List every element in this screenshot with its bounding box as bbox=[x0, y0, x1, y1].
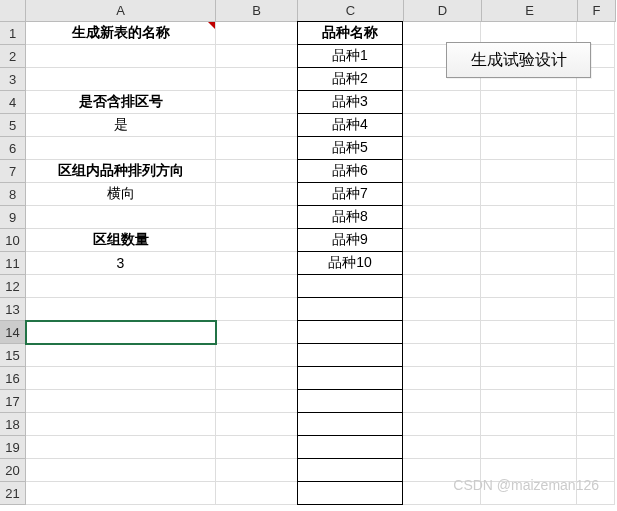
row-header-16[interactable]: 16 bbox=[0, 367, 26, 390]
cell-F12[interactable] bbox=[577, 275, 615, 298]
cell-F18[interactable] bbox=[577, 413, 615, 436]
cell-B1[interactable] bbox=[216, 22, 298, 45]
cell-C12[interactable] bbox=[297, 274, 403, 298]
cell-E19[interactable] bbox=[481, 436, 577, 459]
row-header-2[interactable]: 2 bbox=[0, 45, 26, 68]
cell-C11[interactable]: 品种10 bbox=[297, 251, 403, 275]
cell-A13[interactable] bbox=[26, 298, 216, 321]
cell-C17[interactable] bbox=[297, 389, 403, 413]
cell-B16[interactable] bbox=[216, 367, 298, 390]
col-header-C[interactable]: C bbox=[298, 0, 404, 22]
row-header-21[interactable]: 21 bbox=[0, 482, 26, 505]
cell-A10[interactable]: 区组数量 bbox=[26, 229, 216, 252]
row-header-8[interactable]: 8 bbox=[0, 183, 26, 206]
cell-B12[interactable] bbox=[216, 275, 298, 298]
cell-A9[interactable] bbox=[26, 206, 216, 229]
cell-B18[interactable] bbox=[216, 413, 298, 436]
row-header-19[interactable]: 19 bbox=[0, 436, 26, 459]
cell-D13[interactable] bbox=[403, 298, 481, 321]
cell-C13[interactable] bbox=[297, 297, 403, 321]
cell-D8[interactable] bbox=[403, 183, 481, 206]
cell-A2[interactable] bbox=[26, 45, 216, 68]
cell-B3[interactable] bbox=[216, 68, 298, 91]
cell-D15[interactable] bbox=[403, 344, 481, 367]
cell-C8[interactable]: 品种7 bbox=[297, 182, 403, 206]
cell-A4[interactable]: 是否含排区号 bbox=[26, 91, 216, 114]
cell-B6[interactable] bbox=[216, 137, 298, 160]
cell-A15[interactable] bbox=[26, 344, 216, 367]
cell-A5[interactable]: 是 bbox=[26, 114, 216, 137]
cell-A21[interactable] bbox=[26, 482, 216, 505]
cell-C14[interactable] bbox=[297, 320, 403, 344]
cell-D14[interactable] bbox=[403, 321, 481, 344]
cell-E7[interactable] bbox=[481, 160, 577, 183]
cell-D11[interactable] bbox=[403, 252, 481, 275]
cell-F8[interactable] bbox=[577, 183, 615, 206]
col-header-E[interactable]: E bbox=[482, 0, 578, 22]
cell-E5[interactable] bbox=[481, 114, 577, 137]
col-header-B[interactable]: B bbox=[216, 0, 298, 22]
cell-E17[interactable] bbox=[481, 390, 577, 413]
cell-B11[interactable] bbox=[216, 252, 298, 275]
cell-A14[interactable] bbox=[26, 321, 216, 344]
cell-D19[interactable] bbox=[403, 436, 481, 459]
row-header-11[interactable]: 11 bbox=[0, 252, 26, 275]
cell-A18[interactable] bbox=[26, 413, 216, 436]
row-header-13[interactable]: 13 bbox=[0, 298, 26, 321]
cell-C7[interactable]: 品种6 bbox=[297, 159, 403, 183]
cell-D9[interactable] bbox=[403, 206, 481, 229]
cell-B9[interactable] bbox=[216, 206, 298, 229]
cell-D10[interactable] bbox=[403, 229, 481, 252]
cell-C4[interactable]: 品种3 bbox=[297, 90, 403, 114]
cell-B15[interactable] bbox=[216, 344, 298, 367]
cell-A1[interactable]: 生成新表的名称 bbox=[26, 22, 216, 45]
cell-E13[interactable] bbox=[481, 298, 577, 321]
cell-C3[interactable]: 品种2 bbox=[297, 67, 403, 91]
cell-C6[interactable]: 品种5 bbox=[297, 136, 403, 160]
cell-A19[interactable] bbox=[26, 436, 216, 459]
cell-C1[interactable]: 品种名称 bbox=[297, 21, 403, 45]
cell-C5[interactable]: 品种4 bbox=[297, 113, 403, 137]
cell-C21[interactable] bbox=[297, 481, 403, 505]
cell-B8[interactable] bbox=[216, 183, 298, 206]
col-header-A[interactable]: A bbox=[26, 0, 216, 22]
cell-F14[interactable] bbox=[577, 321, 615, 344]
row-header-18[interactable]: 18 bbox=[0, 413, 26, 436]
cell-F16[interactable] bbox=[577, 367, 615, 390]
cell-E4[interactable] bbox=[481, 91, 577, 114]
cell-D4[interactable] bbox=[403, 91, 481, 114]
cell-E6[interactable] bbox=[481, 137, 577, 160]
col-header-D[interactable]: D bbox=[404, 0, 482, 22]
row-header-15[interactable]: 15 bbox=[0, 344, 26, 367]
cell-C18[interactable] bbox=[297, 412, 403, 436]
cell-D16[interactable] bbox=[403, 367, 481, 390]
row-header-5[interactable]: 5 bbox=[0, 114, 26, 137]
cell-F19[interactable] bbox=[577, 436, 615, 459]
cell-E11[interactable] bbox=[481, 252, 577, 275]
cell-D7[interactable] bbox=[403, 160, 481, 183]
cell-A6[interactable] bbox=[26, 137, 216, 160]
cell-A7[interactable]: 区组内品种排列方向 bbox=[26, 160, 216, 183]
row-header-7[interactable]: 7 bbox=[0, 160, 26, 183]
cell-E8[interactable] bbox=[481, 183, 577, 206]
cell-F7[interactable] bbox=[577, 160, 615, 183]
row-header-17[interactable]: 17 bbox=[0, 390, 26, 413]
cell-B21[interactable] bbox=[216, 482, 298, 505]
row-header-14[interactable]: 14 bbox=[0, 321, 26, 344]
cell-B10[interactable] bbox=[216, 229, 298, 252]
cell-C15[interactable] bbox=[297, 343, 403, 367]
select-all-corner[interactable] bbox=[0, 0, 26, 22]
cell-B19[interactable] bbox=[216, 436, 298, 459]
cell-F11[interactable] bbox=[577, 252, 615, 275]
cell-D5[interactable] bbox=[403, 114, 481, 137]
cell-C9[interactable]: 品种8 bbox=[297, 205, 403, 229]
cell-D12[interactable] bbox=[403, 275, 481, 298]
cell-B4[interactable] bbox=[216, 91, 298, 114]
row-header-6[interactable]: 6 bbox=[0, 137, 26, 160]
row-header-4[interactable]: 4 bbox=[0, 91, 26, 114]
cell-F4[interactable] bbox=[577, 91, 615, 114]
cell-E18[interactable] bbox=[481, 413, 577, 436]
cell-B7[interactable] bbox=[216, 160, 298, 183]
row-header-10[interactable]: 10 bbox=[0, 229, 26, 252]
cell-B14[interactable] bbox=[216, 321, 298, 344]
